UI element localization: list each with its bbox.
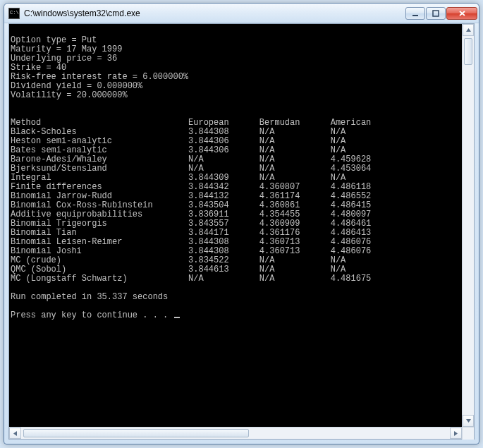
svg-rect-0 [412,15,418,16]
client-area: Option type = Put Maturity = 17 May 1999… [8,23,475,440]
window-title: C:\windows\system32\cmd.exe [24,8,405,18]
text-cursor [174,317,180,318]
scroll-left-button[interactable] [9,428,21,439]
titlebar[interactable]: C:\windows\system32\cmd.exe [4,4,479,23]
minimize-button[interactable] [405,7,425,20]
scroll-up-button[interactable] [463,24,474,36]
cmd-icon [8,8,20,19]
svg-rect-1 [433,11,439,16]
console-wrap: Option type = Put Maturity = 17 May 1999… [9,24,474,427]
console-output[interactable]: Option type = Put Maturity = 17 May 1999… [9,24,462,427]
scroll-right-button[interactable] [450,428,462,439]
cmd-window: C:\windows\system32\cmd.exe Option type … [4,3,479,444]
vertical-scrollbar[interactable] [462,24,474,427]
window-buttons [405,7,477,20]
horizontal-scrollbar[interactable] [9,427,474,439]
vertical-scroll-thumb[interactable] [464,38,472,65]
close-button[interactable] [446,7,477,20]
maximize-button[interactable] [426,7,446,20]
horizontal-scroll-thumb[interactable] [23,429,249,437]
scroll-down-button[interactable] [463,415,474,427]
scrollbar-corner [462,428,474,440]
